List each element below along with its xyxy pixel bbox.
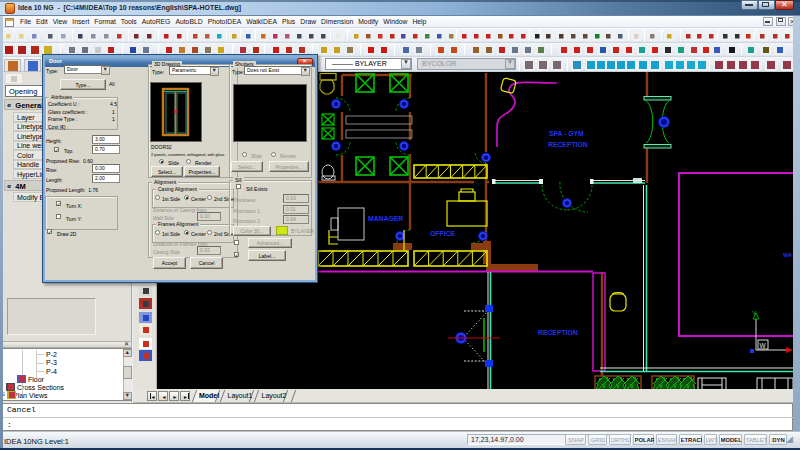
svg-text:RECEPTION: RECEPTION xyxy=(538,329,578,336)
svg-text:W: W xyxy=(760,342,767,349)
svg-text:OFFICE: OFFICE xyxy=(430,230,455,237)
svg-text:SPA - GYM: SPA - GYM xyxy=(549,130,584,137)
svg-text:WA: WA xyxy=(783,252,792,258)
svg-text:RECEPTION: RECEPTION xyxy=(548,141,588,148)
svg-text:MANAGER: MANAGER xyxy=(368,215,403,222)
svg-text:Y: Y xyxy=(752,310,757,317)
